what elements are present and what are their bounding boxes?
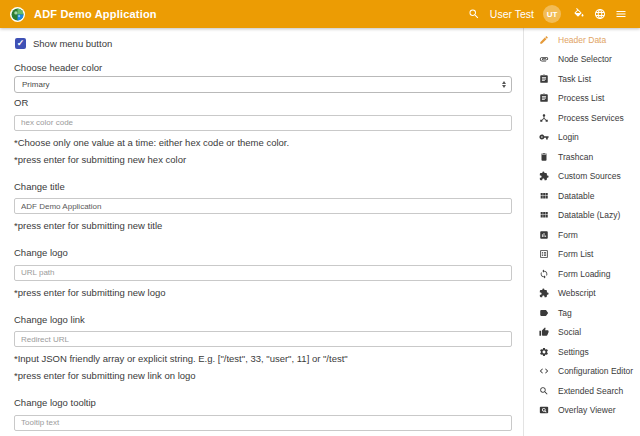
sidebar-item-datatable[interactable]: Datatable <box>524 186 640 206</box>
sidebar-item-label: Process List <box>558 93 604 103</box>
header-color-hint-1: *Choose only one value at a time: either… <box>14 137 512 148</box>
logo-link-input[interactable] <box>14 331 512 347</box>
sidebar-item-node-selector[interactable]: Node Selector <box>524 50 640 70</box>
sidebar-item-label: Trashcan <box>558 152 593 162</box>
pageview-icon <box>539 405 549 415</box>
sidebar-item-label: Configuration Editor <box>558 366 633 376</box>
sidebar-item-label: Settings <box>558 347 589 357</box>
main-area: ✓ Show menu button Choose header color P… <box>0 28 640 436</box>
code-icon <box>539 366 549 376</box>
avatar[interactable]: UT <box>543 5 561 23</box>
search-icon[interactable] <box>467 7 481 21</box>
sidebar-item-label: Node Selector <box>558 54 612 64</box>
sidebar-item-overlay-viewer[interactable]: Overlay Viewer <box>524 401 640 421</box>
header-color-select[interactable]: Primary <box>14 76 512 93</box>
app-header: ADF Demo Application User Test UT <box>0 0 640 28</box>
show-menu-label: Show menu button <box>33 38 112 49</box>
sidebar-item-label: Social <box>558 327 581 337</box>
logo-link-hint-2: *press enter for submitting new link on … <box>14 370 512 381</box>
sidebar-item-label: Webscript <box>558 288 596 298</box>
language-globe-icon[interactable] <box>593 7 607 21</box>
sidebar-item-form-loading[interactable]: Form Loading <box>524 264 640 284</box>
header-data-form: ✓ Show menu button Choose header color P… <box>0 28 523 436</box>
change-logo-link-label: Change logo link <box>14 314 512 325</box>
clipboard-icon <box>539 74 549 84</box>
sidebar-item-label: Extended Search <box>558 386 623 396</box>
list-alt-icon <box>539 249 549 259</box>
sidebar-item-label: Overlay Viewer <box>558 405 615 415</box>
sidebar-item-label: Header Data <box>558 35 606 45</box>
sidebar-item-custom-sources[interactable]: Custom Sources <box>524 167 640 187</box>
sidebar-item-process-services[interactable]: Process Services <box>524 108 640 128</box>
pencil-icon <box>539 35 549 45</box>
sidebar-item-configuration-editor[interactable]: Configuration Editor <box>524 362 640 382</box>
sidebar-item-trashcan[interactable]: Trashcan <box>524 147 640 167</box>
header-color-label: Choose header color <box>14 62 512 73</box>
app-window: ADF Demo Application User Test UT ✓ Show… <box>0 0 640 436</box>
attachment-icon <box>539 54 549 64</box>
user-name: User Test <box>490 8 534 20</box>
change-tooltip-label: Change logo tooltip <box>14 397 512 408</box>
gear-icon <box>539 347 549 357</box>
grid-icon <box>539 191 549 201</box>
tag-icon <box>539 308 549 318</box>
sidebar-item-label: Custom Sources <box>558 171 621 181</box>
device-hub-icon <box>539 113 549 123</box>
sidebar-item-label: Tag <box>558 308 572 318</box>
sidebar-item-label: Form <box>558 230 578 240</box>
sidebar-item-task-list[interactable]: Task List <box>524 69 640 89</box>
sidebar-item-label: Form Loading <box>558 269 610 279</box>
header-color-hint-2: *press enter for submitting new hex colo… <box>14 154 512 165</box>
logo-link-hint-1: *Input JSON friendly array or explicit s… <box>14 353 512 364</box>
hex-color-input[interactable] <box>14 115 512 131</box>
sidebar-item-datatable-lazy[interactable]: Datatable (Lazy) <box>524 206 640 226</box>
select-stepper-icon <box>502 81 506 88</box>
show-menu-checkbox[interactable]: ✓ <box>15 38 26 49</box>
change-title-label: Change title <box>14 181 512 192</box>
sidebar-item-form-list[interactable]: Form List <box>524 245 640 265</box>
thumb-up-icon <box>539 327 549 337</box>
sidebar-item-tag[interactable]: Tag <box>524 303 640 323</box>
puzzle-icon <box>539 288 549 298</box>
sidebar-item-extended-search[interactable]: Extended Search <box>524 381 640 401</box>
sidebar-item-header-data[interactable]: Header Data <box>524 30 640 50</box>
logo-hint: *press enter for submitting new logo <box>14 287 512 298</box>
sidebar-item-label: Form List <box>558 249 593 259</box>
loop-icon <box>539 269 549 279</box>
poll-icon <box>539 230 549 240</box>
change-logo-label: Change logo <box>14 247 512 258</box>
title-input[interactable] <box>14 198 512 214</box>
sidebar-item-form[interactable]: Form <box>524 225 640 245</box>
sidebar-item-process-list[interactable]: Process List <box>524 89 640 109</box>
search-icon <box>539 386 549 396</box>
sidebar-item-settings[interactable]: Settings <box>524 342 640 362</box>
sidebar-item-social[interactable]: Social <box>524 323 640 343</box>
nav-sidebar: Header DataNode SelectorTask ListProcess… <box>523 28 640 436</box>
theme-bucket-icon[interactable] <box>572 7 586 21</box>
header-color-selected: Primary <box>22 80 50 89</box>
sidebar-item-label: Datatable <box>558 191 594 201</box>
menu-hamburger-icon[interactable] <box>614 7 628 21</box>
sidebar-item-label: Datatable (Lazy) <box>558 210 620 220</box>
app-title: ADF Demo Application <box>34 8 157 20</box>
clipboard-icon <box>539 93 549 103</box>
adf-logo-icon <box>11 8 24 21</box>
sidebar-item-label: Process Services <box>558 113 624 123</box>
sidebar-item-login[interactable]: Login <box>524 128 640 148</box>
sidebar-item-webscript[interactable]: Webscript <box>524 284 640 304</box>
key-icon <box>539 132 549 142</box>
trash-icon <box>539 152 549 162</box>
logo-input[interactable] <box>14 265 512 281</box>
show-menu-checkbox-row[interactable]: ✓ Show menu button <box>15 38 512 49</box>
grid-icon <box>539 210 549 220</box>
puzzle-icon <box>539 171 549 181</box>
title-hint: *press enter for submitting new title <box>14 220 512 231</box>
or-label: OR <box>14 97 512 108</box>
app-logo[interactable] <box>10 7 25 22</box>
sidebar-item-label: Task List <box>558 74 591 84</box>
tooltip-input[interactable] <box>14 415 512 431</box>
sidebar-item-label: Login <box>558 132 579 142</box>
